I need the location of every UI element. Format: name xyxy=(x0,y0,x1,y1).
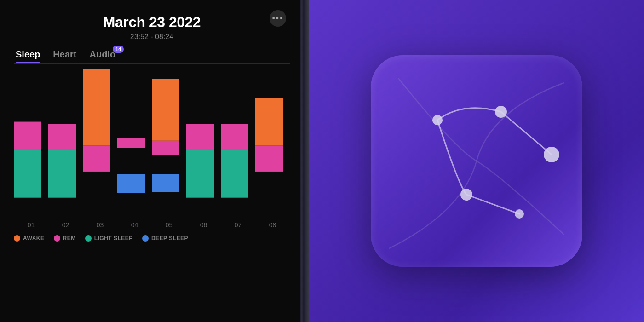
graph-dot-5 xyxy=(515,209,524,218)
awake-label: AWAKE xyxy=(23,235,45,242)
deep-sleep-label: DEEP SLEEP xyxy=(151,235,188,242)
light-sleep-color-dot xyxy=(85,235,92,242)
legend-awake: AWAKE xyxy=(14,235,45,242)
svg-rect-14 xyxy=(221,150,248,197)
pillow-wrapper xyxy=(362,46,592,276)
graph-dot-1 xyxy=(432,115,443,125)
svg-rect-8 xyxy=(152,79,179,141)
audio-badge: 14 xyxy=(113,46,124,53)
sleep-app-screen: ••• March 23 2022 23:52 - 08:24 Sleep He… xyxy=(0,0,304,322)
graph-dot-3 xyxy=(544,147,559,162)
legend-rem: REM xyxy=(54,235,76,242)
chart-svg xyxy=(14,69,290,217)
panel-divider xyxy=(304,0,309,322)
legend-deep-sleep: DEEP SLEEP xyxy=(142,235,188,242)
svg-rect-0 xyxy=(14,122,41,150)
svg-rect-13 xyxy=(221,124,248,150)
app-icon-panel xyxy=(309,0,644,322)
graph-dot-2 xyxy=(495,106,507,118)
light-sleep-label: LIGHT SLEEP xyxy=(94,235,133,242)
x-label-01: 01 xyxy=(14,221,48,229)
awake-color-dot xyxy=(14,235,20,242)
x-label-08: 08 xyxy=(255,221,290,229)
more-options-button[interactable]: ••• xyxy=(270,10,286,27)
svg-rect-15 xyxy=(255,98,283,145)
date-title: March 23 2022 xyxy=(14,14,290,31)
svg-rect-7 xyxy=(117,174,145,193)
graph-dot-4 xyxy=(460,189,472,201)
rem-label: REM xyxy=(63,235,76,242)
header: March 23 2022 23:52 - 08:24 xyxy=(14,9,290,41)
pillow-graph-svg xyxy=(371,55,582,267)
rem-color-dot xyxy=(54,235,60,242)
chart-legend: AWAKE REM LIGHT SLEEP DEEP SLEEP xyxy=(14,229,290,248)
svg-rect-4 xyxy=(83,69,110,145)
x-label-03: 03 xyxy=(83,221,117,229)
tab-divider xyxy=(14,63,290,64)
tab-heart[interactable]: Heart xyxy=(53,49,76,63)
svg-rect-2 xyxy=(48,124,76,150)
svg-rect-6 xyxy=(117,138,145,148)
tab-audio[interactable]: Audio 14 xyxy=(90,49,116,63)
deep-sleep-color-dot xyxy=(142,235,149,242)
tab-sleep[interactable]: Sleep xyxy=(16,49,40,63)
svg-rect-3 xyxy=(48,150,76,197)
sleep-chart: 01 02 03 04 05 06 07 08 AWAKE REM LIGHT … xyxy=(14,69,290,322)
svg-rect-5 xyxy=(83,145,110,172)
legend-light-sleep: LIGHT SLEEP xyxy=(85,235,133,242)
svg-rect-12 xyxy=(186,150,214,197)
x-label-06: 06 xyxy=(186,221,221,229)
svg-rect-10 xyxy=(152,174,179,192)
x-axis: 01 02 03 04 05 06 07 08 xyxy=(14,218,290,229)
pillow-icon xyxy=(371,55,582,267)
svg-rect-16 xyxy=(255,145,283,172)
x-label-07: 07 xyxy=(221,221,255,229)
tab-bar: Sleep Heart Audio 14 xyxy=(14,49,290,63)
svg-rect-1 xyxy=(14,150,41,197)
svg-rect-9 xyxy=(152,141,179,155)
x-label-02: 02 xyxy=(48,221,83,229)
x-label-04: 04 xyxy=(117,221,152,229)
x-label-05: 05 xyxy=(152,221,186,229)
svg-rect-11 xyxy=(186,124,214,150)
more-icon: ••• xyxy=(272,14,284,23)
time-range: 23:52 - 08:24 xyxy=(14,33,290,41)
